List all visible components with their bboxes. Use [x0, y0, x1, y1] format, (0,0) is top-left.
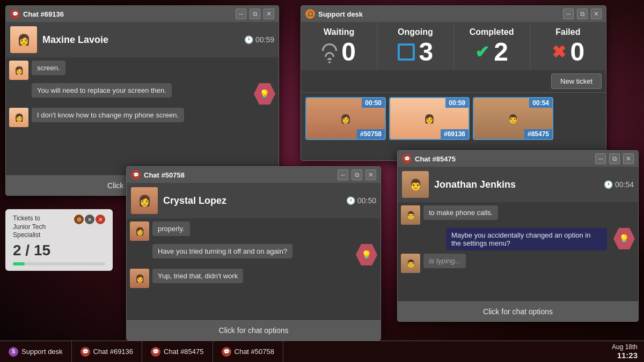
tickets-count: 2 / 15 [13, 242, 105, 259]
chat-icon: 💬 [10, 9, 20, 19]
msg-avatar: 👩 [9, 108, 28, 127]
stat-completed-count: 2 [494, 39, 508, 65]
close-btn[interactable]: ✕ [623, 153, 634, 164]
message-row: 👩 Yup, tried that, didn't work [130, 269, 377, 288]
chat-body: 👩 properly. Have you tried turning it of… [127, 218, 380, 320]
msg-bubble: Is typing... [423, 254, 466, 268]
chat-options-button[interactable]: Click for chat options [127, 320, 380, 340]
msg-bubble: Maybe you accidentally changed an option… [446, 228, 607, 250]
taskbar-support-label: Support desk [21, 348, 63, 356]
msg-avatar: 👨 [401, 205, 420, 225]
restore-btn[interactable]: ⧉ [609, 153, 620, 164]
msg-avatar: 👨 [401, 254, 420, 273]
chat-50758-title: Chat #50758 [144, 171, 334, 179]
chat-85475-title: Chat #85475 [415, 155, 592, 163]
hint-icon: 💡 [356, 244, 377, 265]
tickets-progress-bar [13, 262, 105, 265]
stat-ongoing-count: 3 [419, 39, 434, 65]
square-icon [398, 43, 415, 61]
ticket-id-50758: #50758 [357, 129, 385, 139]
close-btn[interactable]: ✕ [264, 9, 274, 19]
taskbar-chat-85475-label: Chat #85475 [164, 348, 203, 356]
minimize-btn[interactable]: ─ [563, 9, 574, 19]
widget-close[interactable]: ✕ [96, 215, 105, 224]
ticket-id-69136: #69136 [441, 129, 469, 139]
message-row: 👨 to make phone calls. [401, 205, 635, 225]
msg-bubble: Yup, tried that, didn't work [152, 269, 243, 283]
taskbar-item-chat-50758[interactable]: 💬 Chat #50758 [213, 341, 283, 362]
msg-bubble: I don't know how to change my phone scre… [32, 108, 184, 122]
stat-waiting-row: 0 [322, 39, 356, 65]
ticket-cards: 👩 00:50 #50758 👩 00:59 #69136 👨 00:54 #8… [301, 93, 606, 144]
chat-69136-header: 👩 Maxine Lavoie 🕐 00:59 [6, 22, 279, 57]
ticket-id-85475: #85475 [524, 129, 552, 139]
close-btn[interactable]: ✕ [365, 169, 376, 180]
timer: 🕐 00:50 [346, 196, 376, 205]
restore-btn[interactable]: ⧉ [352, 169, 362, 180]
chat-85475-window: 💬 Chat #85475 ─ ⧉ ✕ 👨 Jonathan Jenkins 🕐… [397, 150, 639, 322]
message-row: Maybe you accidentally changed an option… [401, 228, 635, 250]
new-ticket-row: New ticket [301, 70, 606, 93]
avatar: 👩 [10, 26, 37, 53]
taskbar-item-chat-69136[interactable]: 💬 Chat #69136 [72, 341, 142, 362]
restore-btn[interactable]: ⧉ [250, 9, 260, 19]
timer: 🕐 00:59 [244, 35, 274, 44]
support-stats: Waiting 0 Ongoing 3 Completed [301, 22, 606, 70]
message-row: 👨 Is typing... [401, 254, 635, 273]
msg-bubble: Have you tried turning it off and on aga… [152, 244, 292, 258]
ticket-timer-50758: 00:50 [362, 98, 385, 108]
stat-completed-label: Completed [470, 27, 514, 37]
message-row: Have you tried turning it off and on aga… [130, 244, 377, 265]
chat-body: 👨 to make phone calls. Maybe you acciden… [398, 202, 638, 301]
ticket-timer-69136: 00:59 [445, 98, 469, 108]
minimize-btn[interactable]: ─ [595, 153, 606, 164]
widget-controls: ⚙ ✕ ✕ [74, 215, 105, 224]
clock-date: Aug 18th [612, 343, 638, 351]
msg-avatar: 👩 [130, 221, 149, 241]
taskbar-item-chat-85475[interactable]: 💬 Chat #85475 [142, 341, 213, 362]
chat-icon: 💬 [402, 154, 412, 164]
stat-failed-row: ✖ 0 [552, 39, 585, 65]
user-name: Maxine Lavoie [42, 34, 239, 46]
widget-ctrl-1[interactable]: ⚙ [74, 215, 84, 224]
chat-options-button[interactable]: Click for chat options [398, 301, 638, 321]
close-btn[interactable]: ✕ [591, 9, 602, 19]
taskbar-chat-50758-icon: 💬 [222, 347, 231, 357]
taskbar-chat-69136-label: Chat #69136 [93, 348, 133, 356]
ticket-timer-85475: 00:54 [529, 98, 552, 108]
minimize-btn[interactable]: ─ [338, 169, 348, 180]
stat-ongoing-label: Ongoing [398, 27, 433, 37]
msg-bubble: to make phone calls. [423, 205, 498, 220]
stat-waiting: Waiting 0 [301, 22, 377, 70]
minimize-btn[interactable]: ─ [236, 9, 246, 19]
taskbar-chat-50758-label: Chat #50758 [235, 348, 274, 356]
tickets-progress-fill [13, 262, 25, 265]
support-desk-window: 🎧 Support desk ─ ⧉ ✕ Waiting 0 Ongoing [301, 5, 606, 161]
ticket-card-85475[interactable]: 👨 00:54 #85475 [473, 97, 553, 140]
new-ticket-button[interactable]: New ticket [551, 73, 602, 89]
taskbar-support-icon: S [9, 347, 18, 357]
ticket-card-69136[interactable]: 👩 00:59 #69136 [389, 97, 470, 140]
chat-69136-title: Chat #69136 [23, 10, 232, 18]
msg-avatar: 👩 [130, 269, 149, 288]
chat-icon: 💬 [131, 170, 141, 180]
message-row: 👩 properly. [130, 221, 377, 241]
restore-btn[interactable]: ⧉ [577, 9, 588, 19]
clock-icon: 🕐 [346, 196, 355, 205]
avatar: 👩 [131, 187, 158, 214]
chat-50758-titlebar: 💬 Chat #50758 ─ ⧉ ✕ [127, 167, 380, 183]
chat-50758-header: 👩 Crystal Lopez 🕐 00:50 [127, 183, 380, 218]
taskbar-item-support[interactable]: S Support desk [0, 341, 72, 362]
stat-failed: Failed ✖ 0 [530, 22, 606, 70]
stat-ongoing: Ongoing 3 [377, 22, 453, 70]
tickets-widget-title: Tickets toJunior Tech Specialist [13, 215, 74, 240]
taskbar-chat-85475-icon: 💬 [151, 347, 160, 357]
widget-ctrl-2[interactable]: ✕ [85, 215, 94, 224]
stat-waiting-label: Waiting [324, 27, 354, 37]
stat-ongoing-row: 3 [398, 39, 434, 65]
ticket-card-50758[interactable]: 👩 00:50 #50758 [305, 97, 386, 140]
taskbar: S Support desk 💬 Chat #69136 💬 Chat #854… [0, 341, 644, 362]
chat-50758-window: 💬 Chat #50758 ─ ⧉ ✕ 👩 Crystal Lopez 🕐 00… [126, 166, 381, 341]
user-name: Jonathan Jenkins [434, 179, 598, 190]
msg-bubble: You will need to replace your screen the… [32, 83, 172, 98]
